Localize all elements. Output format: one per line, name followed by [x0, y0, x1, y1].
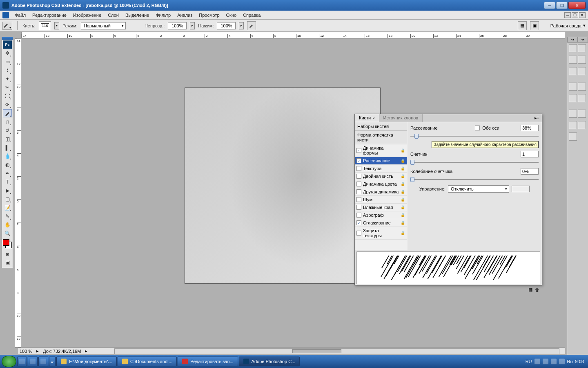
stamp-tool[interactable]: ⎍ — [3, 118, 12, 126]
tab-clone-source[interactable]: Источник клонов — [379, 114, 423, 122]
count-value[interactable]: 1 — [521, 151, 539, 157]
maximize-button[interactable]: ☐ — [556, 2, 568, 9]
brush-option-item[interactable]: Шум🔒 — [355, 196, 407, 204]
lock-icon[interactable]: 🔒 — [401, 231, 405, 235]
checkbox[interactable] — [356, 148, 361, 153]
ruler-horizontal[interactable]: 1412108642024681012141618202224262830 — [21, 32, 565, 38]
opacity-arrow[interactable]: ▸ — [190, 22, 195, 29]
brush-option-item[interactable]: Динамика формы🔒 — [355, 144, 407, 157]
checkbox[interactable] — [356, 231, 361, 236]
histogram-icon[interactable] — [578, 44, 586, 52]
marquee-tool[interactable]: ▭ — [3, 58, 12, 66]
menu-view[interactable]: Просмотр — [196, 12, 223, 18]
scatter-slider[interactable] — [410, 133, 539, 139]
dodge-tool[interactable]: ◐ — [3, 161, 12, 169]
move-tool[interactable]: ✥ — [3, 49, 12, 57]
lasso-tool[interactable]: ⌇ — [3, 66, 12, 74]
status-icon[interactable]: ▸ — [36, 348, 39, 354]
menu-analysis[interactable]: Анализ — [174, 12, 196, 18]
brush-option-item[interactable]: Защита текстуры🔒 — [355, 227, 407, 240]
zoom-tool[interactable]: 🔍 — [3, 229, 12, 238]
menu-image[interactable]: Изображение — [70, 12, 105, 18]
minimize-button[interactable]: ─ — [544, 2, 555, 9]
zoom-level[interactable]: 100 % — [20, 349, 32, 354]
color-icon[interactable] — [578, 56, 586, 64]
trash-icon[interactable]: 🗑 — [535, 287, 539, 292]
shape-tool[interactable]: ▢ — [3, 195, 12, 203]
checkbox[interactable] — [356, 182, 361, 186]
panel-menu-icon[interactable]: ▸≡ — [532, 114, 542, 122]
tab-brushes[interactable]: Кисти× — [355, 114, 379, 122]
info-icon[interactable] — [569, 56, 577, 64]
menu-edit[interactable]: Редактирование — [29, 12, 70, 18]
layers-icon[interactable] — [569, 83, 577, 91]
brush-dropdown[interactable]: ▾ — [54, 22, 59, 29]
brush-option-item[interactable]: Двойная кисть🔒 — [355, 173, 407, 180]
brush-option-item[interactable]: Текстура🔒 — [355, 165, 407, 173]
count-slider[interactable] — [410, 159, 539, 166]
taskbar-item-active[interactable]: Adobe Photoshop C... — [239, 357, 300, 366]
checkbox[interactable] — [356, 213, 361, 218]
control-select[interactable]: Отключить — [448, 185, 509, 193]
status-arrow[interactable]: ▸ — [85, 348, 87, 354]
brush-option-item[interactable]: Влажные края🔒 — [355, 204, 407, 211]
quickmask-toggle[interactable]: ◙ — [3, 250, 12, 258]
brush-option-item[interactable]: Динамика цвета🔒 — [355, 180, 407, 188]
brush-preset-picker[interactable]: 116 — [39, 21, 51, 30]
checkbox[interactable] — [356, 197, 361, 202]
menu-layer[interactable]: Слой — [105, 12, 122, 18]
toolbox-header[interactable] — [2, 37, 13, 40]
eyedropper-tool[interactable]: ✎ — [3, 212, 12, 220]
lock-icon[interactable]: 🔒 — [401, 221, 405, 225]
brush-tool-icon[interactable] — [2, 22, 12, 30]
tray-icon[interactable] — [543, 359, 548, 364]
lock-icon[interactable]: 🔒 — [401, 205, 405, 209]
brush-option-item[interactable]: Сглаживание🔒 — [355, 219, 407, 227]
menu-help[interactable]: Справка — [240, 12, 264, 18]
pen-tool[interactable]: ✒ — [3, 169, 12, 177]
healing-tool[interactable]: ⟳ — [3, 101, 12, 109]
scatter-value[interactable]: 38% — [521, 125, 539, 131]
wand-tool[interactable]: ✦ — [3, 75, 12, 83]
checkbox[interactable] — [356, 174, 361, 179]
paths-icon[interactable] — [569, 94, 577, 102]
taskbar-item[interactable]: C:\Documents and ... — [118, 357, 177, 366]
taskbar-item[interactable]: Редактировать зап... — [178, 357, 238, 366]
clock[interactable]: 9:08 — [575, 359, 584, 364]
lock-icon[interactable]: 🔒 — [401, 182, 405, 186]
flow-arrow[interactable]: ▸ — [239, 22, 244, 29]
lang-indicator[interactable]: RU — [526, 359, 532, 364]
menu-window[interactable]: Окно — [223, 12, 240, 18]
workspace-menu[interactable]: Рабочая среда▾ — [550, 23, 586, 28]
blend-mode-select[interactable]: Нормальный — [81, 22, 126, 29]
crop-tool[interactable]: ✂ — [3, 83, 12, 92]
menu-file[interactable]: Файл — [11, 12, 29, 18]
swatches-icon[interactable] — [569, 67, 577, 75]
tray-icon[interactable] — [559, 359, 565, 364]
ps-logo[interactable]: Ps — [3, 40, 12, 49]
lang-indicator2[interactable]: Ru — [567, 359, 573, 364]
start-button[interactable] — [2, 356, 16, 367]
taskbar-item[interactable]: Е:\Мои документы\... — [56, 357, 117, 366]
opacity-field[interactable]: 100% — [168, 22, 187, 29]
checkbox[interactable] — [356, 189, 361, 194]
screen-mode[interactable]: ▣ — [530, 21, 539, 30]
airbrush-toggle[interactable] — [247, 21, 256, 30]
brush-tool[interactable] — [3, 109, 12, 117]
lock-icon[interactable]: 🔒 — [401, 166, 405, 171]
quicklaunch[interactable] — [28, 357, 38, 366]
paragraph-icon[interactable] — [578, 121, 586, 129]
jitter-slider[interactable] — [410, 176, 539, 183]
doc-close[interactable]: ✕ — [579, 12, 586, 18]
dock-tab[interactable]: ◂◂ — [578, 37, 588, 43]
eraser-tool[interactable]: ◫ — [3, 135, 12, 143]
checkbox[interactable] — [356, 220, 361, 225]
tray-icon[interactable] — [535, 359, 540, 364]
document-canvas[interactable] — [185, 88, 381, 284]
both-axes-checkbox[interactable] — [475, 126, 480, 130]
quicklaunch[interactable]: » — [49, 357, 56, 366]
checkbox[interactable] — [356, 166, 361, 171]
channels-icon[interactable] — [578, 83, 586, 91]
clonesrc-icon[interactable] — [578, 110, 586, 118]
path-select-tool[interactable]: ▶ — [3, 186, 12, 195]
